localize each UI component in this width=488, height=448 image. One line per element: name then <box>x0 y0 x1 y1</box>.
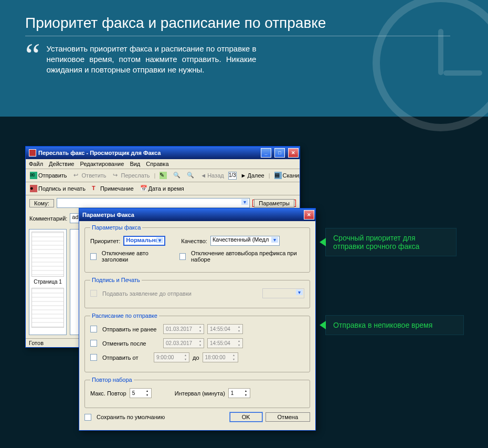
header-desc: Установить приоритет факса и расписание … <box>46 44 256 75</box>
menu-edit[interactable]: Редактирование <box>80 161 124 167</box>
send-button[interactable]: ✉Отправить <box>28 171 69 180</box>
tool-icon-2[interactable]: 🔍 <box>171 171 183 180</box>
fax-params-dialog: Параметры Факса ✕ Параметры факса Приори… <box>79 208 316 431</box>
maximize-button[interactable]: □ <box>274 148 285 158</box>
legend-params: Параметры факса <box>90 224 142 231</box>
back-button[interactable]: ◄ Назад <box>198 171 226 180</box>
minimize-button[interactable]: _ <box>261 148 271 158</box>
to-button[interactable]: Кому: <box>29 199 54 207</box>
chk-auto-prefix[interactable] <box>179 253 186 260</box>
params-highlight: Параметры <box>252 200 296 207</box>
next-button[interactable]: ► Далее <box>239 171 267 180</box>
forward-button[interactable]: ↪Переслать <box>111 171 152 180</box>
tool-icon-3[interactable]: 🔍 <box>185 171 196 180</box>
stamp-icon: ● <box>30 185 37 192</box>
reply-icon: ↩ <box>73 172 81 179</box>
scan-button[interactable]: ▦Сканирование <box>272 171 300 180</box>
callout-priority: Срочный приоритет для отправки срочного … <box>325 228 457 256</box>
toolbar-1: ✉Отправить ↩Ответить ↪Переслать | ✎ 🔍 🔍 … <box>26 169 300 182</box>
forward-icon: ↪ <box>113 172 120 179</box>
legend-schedule: Расписание по отправке <box>90 312 159 319</box>
legend-redial: Повтор набора <box>90 377 134 383</box>
close-button[interactable]: ✕ <box>288 148 299 158</box>
group-schedule: Расписание по отправке Отправить не ране… <box>84 312 310 372</box>
reply-button[interactable]: ↩Ответить <box>71 171 109 180</box>
window-title: Переслать факс - Просмотрщик для Факса <box>38 150 258 156</box>
viewer-title-bar[interactable]: Переслать факс - Просмотрщик для Факса _… <box>26 147 300 159</box>
note-button[interactable]: TПримечание <box>90 184 136 193</box>
priority-select[interactable]: Нормальнь <box>123 236 165 246</box>
legend-sign: Подпись и Печать <box>90 277 142 283</box>
sign-button[interactable]: ●Подпись и печать <box>28 184 88 193</box>
callout-schedule: Отправка в непиковое время <box>325 315 464 335</box>
menu-view[interactable]: Вид <box>130 161 140 167</box>
time-from[interactable]: 9:00:00 <box>154 352 189 362</box>
menu-action[interactable]: Действие <box>49 161 74 167</box>
datetime-button[interactable]: 📅Дата и время <box>138 184 186 193</box>
chk-save-default[interactable] <box>84 414 91 421</box>
menu-help[interactable]: Справка <box>146 161 168 167</box>
text-icon: T <box>92 185 99 192</box>
interval-input[interactable]: 1 <box>228 388 250 398</box>
date-cancel-after[interactable]: 02.03.2017 <box>163 338 204 348</box>
quality-label: Качество: <box>181 238 207 244</box>
dialog-close-button[interactable]: ✕ <box>304 210 314 220</box>
group-fax-params: Параметры факса Приоритет: Нормальнь Кач… <box>84 224 310 273</box>
toolbar-2: ●Подпись и печать TПримечание 📅Дата и вр… <box>26 182 300 195</box>
time-to[interactable]: 18:00:00 <box>203 352 238 362</box>
group-sign: Подпись и Печать Подавать заявление до о… <box>84 277 310 308</box>
chk-not-before[interactable] <box>90 326 97 332</box>
chk-auto-header[interactable] <box>90 253 97 260</box>
cancel-button[interactable]: Отмена <box>266 412 310 422</box>
menu-file[interactable]: Файл <box>29 161 43 167</box>
header-band: Приоритет факса и расписание по отправке… <box>0 0 488 117</box>
ok-button[interactable]: OK <box>230 412 262 422</box>
quote-icon: “ <box>25 44 40 75</box>
thumb-label: Страница 1 <box>31 279 64 285</box>
clock-icon <box>373 0 488 131</box>
comment-label: Комментарий: <box>29 215 67 222</box>
thumbnail-panel: Страница 1 <box>29 229 67 335</box>
tool-icon-1[interactable]: ✎ <box>157 171 169 180</box>
time-cancel-after[interactable]: 14:55:04 <box>207 338 243 348</box>
max-repeat-input[interactable]: 5 <box>130 388 152 398</box>
arrow-icon <box>320 321 326 329</box>
app-icon <box>29 149 36 157</box>
params-button[interactable]: Параметры <box>254 199 294 207</box>
send-icon: ✉ <box>30 172 37 179</box>
time-not-before[interactable]: 14:55:04 <box>207 324 243 334</box>
sign-select <box>262 288 304 298</box>
chk-send-from[interactable] <box>90 354 97 361</box>
page-input[interactable]: 1/3 <box>228 172 237 180</box>
interval-label: Интервал (минута) <box>175 390 225 397</box>
thumb-1[interactable] <box>31 232 64 277</box>
calendar-icon: 📅 <box>140 185 147 192</box>
chk-cancel-after[interactable] <box>90 340 97 347</box>
chk-apply-before <box>90 290 97 297</box>
dialog-title: Параметры Факса <box>82 212 301 218</box>
dialog-title-bar[interactable]: Параметры Факса ✕ <box>79 209 315 221</box>
thumb-2[interactable] <box>31 288 64 328</box>
date-not-before[interactable]: 01.03.2017 <box>163 324 204 334</box>
quality-select[interactable]: Качественный (Медл <box>210 236 280 246</box>
menu-bar: Файл Действие Редактирование Вид Справка <box>26 159 300 169</box>
group-redial: Повтор набора Макс. Повтор 5 Интервал (м… <box>84 377 310 408</box>
max-repeat-label: Макс. Повтор <box>90 390 126 397</box>
arrow-icon <box>320 238 326 246</box>
priority-label: Приоритет: <box>90 238 120 244</box>
to-input[interactable]: ▾ <box>57 198 250 208</box>
